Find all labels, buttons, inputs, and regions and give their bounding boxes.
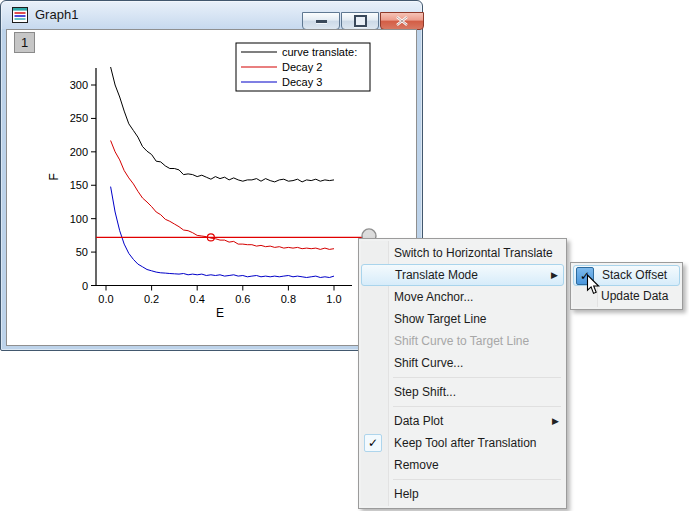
menu-item-move-anchor[interactable]: Move Anchor...: [361, 286, 564, 308]
menu-item-show-target-line[interactable]: Show Target Line: [361, 308, 564, 330]
menu-item-label: Show Target Line: [394, 312, 487, 326]
menu-item-label: Switch to Horizontal Translate: [394, 246, 553, 260]
menu-item-shift-curve[interactable]: Shift Curve...: [361, 352, 564, 374]
menu-item-label: Translate Mode: [395, 268, 478, 282]
close-icon: [396, 16, 408, 26]
restore-icon: [354, 15, 367, 27]
x-tick-label: 1.0: [326, 293, 341, 305]
menu-item-label: Data Plot: [394, 414, 443, 428]
legend[interactable]: curve translate:Decay 2Decay 3: [236, 43, 370, 91]
x-tick-label: 0.8: [281, 293, 296, 305]
series-line-2[interactable]: [111, 141, 334, 250]
graph-plot[interactable]: 0501001502002503000.00.20.40.60.81.0EFcu…: [7, 30, 416, 345]
mouse-cursor-icon: [586, 274, 601, 296]
menu-item-remove[interactable]: Remove: [361, 454, 564, 476]
y-axis-title: F: [47, 173, 61, 180]
title-bar[interactable]: Graph1: [1, 1, 422, 29]
y-tick-label: 50: [76, 246, 88, 258]
restore-button[interactable]: [341, 12, 379, 30]
legend-entry-label: Decay 3: [282, 76, 322, 88]
menu-item-label: Update Data: [601, 289, 668, 303]
menu-item-label: Shift Curve...: [394, 356, 463, 370]
x-axis-title: E: [216, 306, 224, 320]
menu-item-help[interactable]: Help: [361, 483, 564, 505]
legend-entry-label: Decay 2: [282, 61, 322, 73]
menu-item-keep-tool-after-translation[interactable]: ✓Keep Tool after Translation: [361, 432, 564, 454]
y-tick-label: 250: [70, 112, 88, 124]
checkmark-icon: ✓: [364, 434, 382, 452]
context-menu: Switch to Horizontal Translate Translate…: [358, 238, 567, 509]
y-tick-label: 0: [82, 280, 88, 292]
menu-item-label: Stack Offset: [602, 268, 667, 282]
x-tick-label: 0.2: [144, 293, 159, 305]
x-tick-label: 0.6: [235, 293, 250, 305]
series-line-3[interactable]: [111, 187, 334, 278]
x-tick-label: 0.4: [190, 293, 205, 305]
submenu-arrow-icon: ▶: [551, 265, 558, 285]
menu-item-switch-to-horizontal-translate[interactable]: Switch to Horizontal Translate: [361, 242, 564, 264]
menu-item-shift-curve-to-target-line: Shift Curve to Target Line: [361, 330, 564, 352]
x-tick-label: 0.0: [98, 293, 113, 305]
menu-item-label: Keep Tool after Translation: [394, 436, 537, 450]
legend-entry-label: curve translate:: [282, 46, 357, 58]
menu-item-label: Help: [394, 487, 419, 501]
menu-separator: [393, 406, 561, 407]
caption-buttons: [302, 12, 424, 30]
menu-item-label: Step Shift...: [394, 385, 456, 399]
close-button[interactable]: [380, 12, 424, 30]
menu-item-translate-mode[interactable]: Translate Mode▶: [361, 264, 564, 286]
graph-window-client: 1 0501001502002503000.00.20.40.60.81.0EF…: [6, 29, 417, 346]
y-tick-label: 100: [70, 213, 88, 225]
window-title: Graph1: [35, 7, 78, 22]
menu-item-label: Move Anchor...: [394, 290, 473, 304]
y-tick-label: 150: [70, 179, 88, 191]
menu-item-label: Remove: [394, 458, 439, 472]
y-tick-label: 200: [70, 146, 88, 158]
menu-item-label: Shift Curve to Target Line: [394, 334, 529, 348]
menu-item-step-shift[interactable]: Step Shift...: [361, 381, 564, 403]
graph-window-icon: [12, 7, 28, 23]
minimize-icon: [316, 20, 327, 23]
y-tick-label: 300: [70, 79, 88, 91]
desktop: Graph1 1 0501001502002503000.00.20.40.60…: [0, 0, 689, 511]
menu-separator: [393, 377, 561, 378]
submenu-arrow-icon: ▶: [552, 410, 559, 432]
menu-item-data-plot[interactable]: Data Plot▶: [361, 410, 564, 432]
minimize-button[interactable]: [302, 12, 340, 30]
menu-separator: [393, 479, 561, 480]
